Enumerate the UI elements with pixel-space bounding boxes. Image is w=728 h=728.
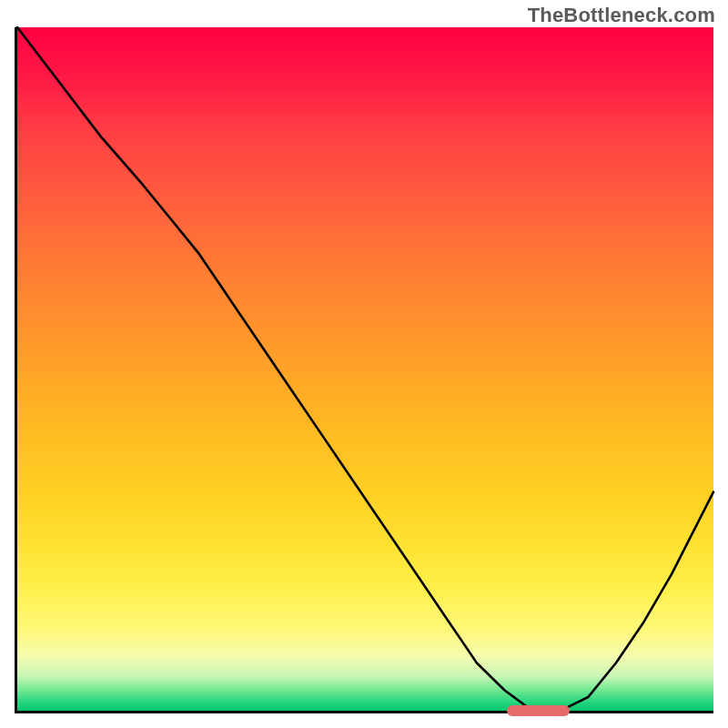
curve-path [17,27,713,711]
optimum-marker [507,705,570,716]
chart-container: TheBottleneck.com [0,0,728,728]
bottleneck-curve [17,27,713,711]
plot-area [15,27,713,713]
watermark-text: TheBottleneck.com [528,4,715,27]
